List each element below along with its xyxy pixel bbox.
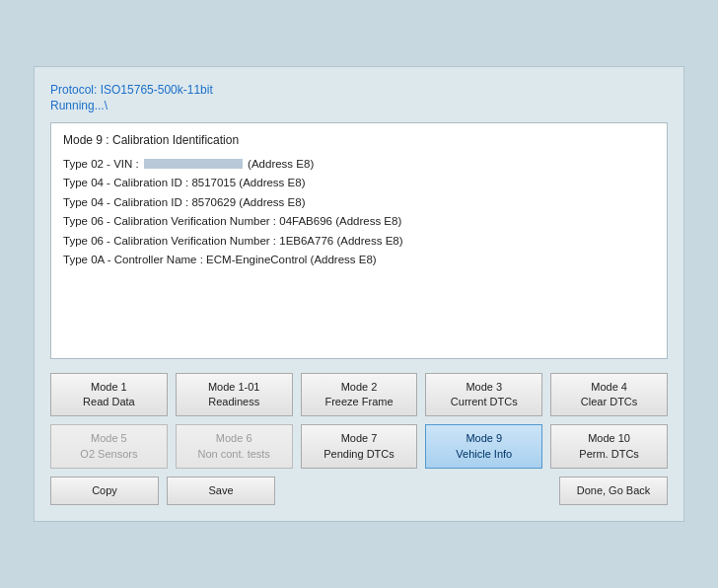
- copy-button[interactable]: Copy: [50, 477, 159, 505]
- data-line-6: Type 0A - Controller Name : ECM-EngineCo…: [63, 251, 655, 270]
- mode3-button[interactable]: Mode 3Current DTCs: [425, 373, 542, 417]
- mode1-01-button[interactable]: Mode 1-01Readiness: [176, 373, 293, 417]
- save-button[interactable]: Save: [167, 477, 275, 505]
- mode1-button[interactable]: Mode 1Read Data: [50, 373, 168, 417]
- bottom-row: Copy Save Done, Go Back: [50, 477, 668, 505]
- mode6-button: Mode 6Non cont. tests: [176, 424, 293, 469]
- protocol-label: Protocol: ISO15765-500k-11bit: [50, 83, 668, 97]
- running-label: Running...\: [50, 99, 668, 112]
- mode10-button[interactable]: Mode 10Perm. DTCs: [550, 424, 668, 469]
- mode4-button[interactable]: Mode 4Clear DTCs: [550, 373, 668, 417]
- mode7-button[interactable]: Mode 7Pending DTCs: [301, 424, 418, 469]
- data-line-4: Type 06 - Calibration Verification Numbe…: [63, 212, 655, 232]
- data-line-3: Type 04 - Calibration ID : 8570629 (Addr…: [63, 193, 655, 213]
- data-line-1: Type 02 - VIN : (Address E8): [63, 155, 655, 175]
- mode2-button[interactable]: Mode 2Freeze Frame: [301, 373, 418, 417]
- vin-redacted: [144, 159, 243, 169]
- button-row-1: Mode 1Read Data Mode 1-01Readiness Mode …: [50, 373, 668, 417]
- data-box-title: Mode 9 : Calibration Identification: [63, 133, 655, 147]
- button-row-2: Mode 5O2 Sensors Mode 6Non cont. tests M…: [50, 424, 668, 469]
- data-box: Mode 9 : Calibration Identification Type…: [50, 122, 668, 359]
- main-panel: Protocol: ISO15765-500k-11bit Running...…: [34, 66, 684, 523]
- mode5-button: Mode 5O2 Sensors: [50, 424, 168, 469]
- data-line-2: Type 04 - Calibration ID : 8517015 (Addr…: [63, 174, 655, 193]
- mode9-button[interactable]: Mode 9Vehicle Info: [425, 424, 542, 469]
- data-line-5: Type 06 - Calibration Verification Numbe…: [63, 232, 655, 252]
- done-button[interactable]: Done, Go Back: [559, 477, 668, 505]
